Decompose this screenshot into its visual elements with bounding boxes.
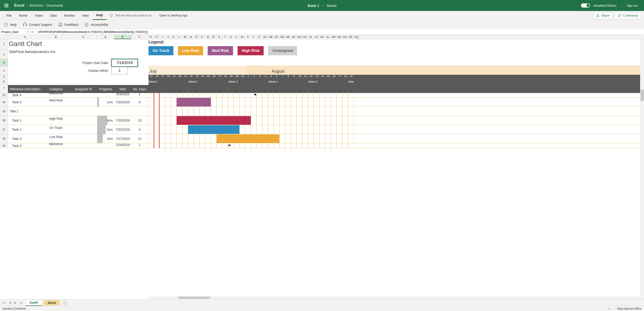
col-header-K[interactable]: K — [171, 35, 176, 39]
col-header-AQ[interactable]: AQ — [354, 35, 359, 39]
h-scroll-thumb[interactable] — [178, 296, 210, 299]
task-row[interactable]: Task 4Milestone8/3/20191⚑ — [8, 92, 644, 98]
row-header-4[interactable]: 4 — [0, 66, 8, 75]
row-header-19[interactable]: 19 — [0, 143, 8, 148]
share-button[interactable]: Share — [593, 12, 612, 19]
col-header-AN[interactable]: AN — [336, 35, 342, 39]
col-header-AO[interactable]: AO — [342, 35, 348, 39]
col-header-G[interactable]: G — [148, 35, 154, 39]
col-header-F[interactable]: F — [131, 35, 148, 39]
row-header-15[interactable]: 15 — [0, 107, 8, 116]
col-header-AC[interactable]: AC — [274, 35, 280, 39]
row-header-18[interactable]: 18 — [0, 134, 8, 143]
col-header-AJ[interactable]: AJ — [314, 35, 319, 39]
col-header-AL[interactable]: AL — [325, 35, 331, 39]
task-row[interactable]: Task 3Low Risk33%7/27/201911 — [8, 134, 644, 143]
col-header-X[interactable]: X — [245, 35, 251, 39]
comments-button[interactable]: Comments — [615, 12, 641, 19]
col-header-A[interactable]: A — [8, 35, 42, 39]
sheet-tab-about[interactable]: About — [44, 300, 60, 306]
col-header-O[interactable]: O — [194, 35, 200, 39]
ribbon-tab-data[interactable]: Data — [46, 11, 60, 20]
col-header-AG[interactable]: AG — [296, 35, 302, 39]
col-header-W[interactable]: W — [240, 35, 245, 39]
col-header-AD[interactable]: AD — [280, 35, 285, 39]
accessibility-button[interactable]: Accessibility — [84, 22, 108, 27]
row-header-13[interactable]: 13 — [0, 92, 8, 98]
worksheet[interactable]: Gantt Chart SiteFlow Aerodynamics Inc Pr… — [8, 39, 644, 299]
col-header-P[interactable]: P — [200, 35, 205, 39]
breadcrumb-documents[interactable]: Documents — [47, 4, 63, 7]
col-header-S[interactable]: S — [216, 35, 222, 39]
v-scroll-thumb[interactable] — [640, 90, 644, 101]
col-header-AP[interactable]: AP — [348, 35, 354, 39]
sheet-nav-last-icon[interactable]: ⏭ — [19, 300, 24, 305]
chevron-down-icon[interactable]: ▾ — [27, 30, 28, 33]
horizontal-scrollbar[interactable] — [148, 296, 640, 299]
col-header-J[interactable]: J — [165, 35, 171, 39]
col-header-Z[interactable]: Z — [256, 35, 262, 39]
col-header-AF[interactable]: AF — [291, 35, 296, 39]
contact-support-button[interactable]: Contact Support — [22, 22, 52, 27]
task-row[interactable]: Task 5Med Risk10%7/20/20196 — [8, 98, 644, 107]
col-header-AM[interactable]: AM — [331, 35, 336, 39]
proj-start-date-cell[interactable]: 7/14/2019 — [112, 59, 138, 67]
status-right[interactable]: Help Improve Office — [617, 307, 641, 310]
col-header-AB[interactable]: AB — [268, 35, 274, 39]
col-header-AE[interactable]: AE — [285, 35, 291, 39]
feedback-button[interactable]: Feedback — [58, 22, 78, 27]
select-all-corner[interactable] — [0, 35, 8, 39]
col-header-N[interactable]: N — [188, 35, 194, 39]
row-header-3[interactable]: 3 — [0, 59, 8, 66]
col-header-D[interactable]: D — [97, 35, 114, 39]
row-header-17[interactable]: 17 — [0, 125, 8, 134]
col-header-H[interactable]: H — [154, 35, 160, 39]
col-header-AI[interactable]: AI — [308, 35, 314, 39]
sheet-nav-next-icon[interactable]: ▶ — [14, 300, 18, 305]
open-in-desktop-link[interactable]: Open in Desktop App — [159, 14, 187, 17]
vertical-scrollbar[interactable] — [640, 39, 644, 299]
formula-input[interactable] — [36, 29, 644, 34]
help-button[interactable]: ? Help — [4, 22, 17, 27]
ribbon-tab-home[interactable]: Home — [15, 11, 31, 20]
col-header-Y[interactable]: Y — [251, 35, 256, 39]
col-header-M[interactable]: M — [182, 35, 188, 39]
fx-icon[interactable]: fx — [29, 29, 36, 34]
breadcrumb-onedrive[interactable]: OneDrive — [30, 4, 43, 7]
row-header-2[interactable]: 2 — [0, 50, 8, 59]
col-header-B[interactable]: B — [42, 35, 70, 39]
col-header-V[interactable]: V — [234, 35, 240, 39]
col-header-E[interactable]: E — [114, 35, 131, 39]
status-dropdown-icon[interactable]: ▾ — [609, 307, 610, 310]
sign-out-link[interactable]: Sign out — [622, 4, 642, 7]
ribbon-tab-review[interactable]: Review — [60, 11, 78, 20]
sheet-tab-gantt[interactable]: Gantt — [25, 300, 42, 306]
ribbon-tab-view[interactable]: View — [78, 11, 92, 20]
col-header-L[interactable]: L — [176, 35, 182, 39]
task-row[interactable]: Task 2On Track50%7/22/20199 — [8, 125, 644, 134]
tell-me[interactable]: Tell me what you want to do — [110, 14, 152, 18]
app-name[interactable]: Excel — [11, 3, 28, 8]
display-week-cell[interactable]: 1 — [112, 67, 128, 74]
row-header-6[interactable]: 6 — [0, 79, 8, 84]
task-row[interactable]: Title 2 — [8, 107, 644, 116]
col-header-I[interactable]: I — [160, 35, 165, 39]
task-row[interactable]: Task 1High Risk60%7/20/201913 — [8, 116, 644, 125]
col-header-AH[interactable]: AH — [302, 35, 308, 39]
col-header-AA[interactable]: AA — [262, 35, 268, 39]
row-header-16[interactable]: 16 — [0, 116, 8, 125]
app-launcher-icon[interactable] — [2, 4, 11, 7]
col-header-C[interactable]: C — [70, 35, 97, 39]
doc-name[interactable]: Book 1 — [308, 4, 319, 8]
name-box[interactable]: Project_Start ▾ — [0, 29, 29, 34]
ribbon-toggle[interactable] — [581, 4, 590, 8]
col-header-AK[interactable]: AK — [319, 35, 325, 39]
row-header-1[interactable]: 1 — [0, 39, 8, 50]
col-header-R[interactable]: R — [211, 35, 216, 39]
add-sheet-button[interactable]: + — [63, 300, 68, 305]
col-header-T[interactable]: T — [222, 35, 228, 39]
row-header-14[interactable]: 14 — [0, 98, 8, 107]
ribbon-tab-help[interactable]: Help — [92, 11, 107, 20]
sheet-nav-prev-icon[interactable]: ◀ — [8, 300, 12, 305]
ribbon-tab-insert[interactable]: Insert — [31, 11, 46, 20]
